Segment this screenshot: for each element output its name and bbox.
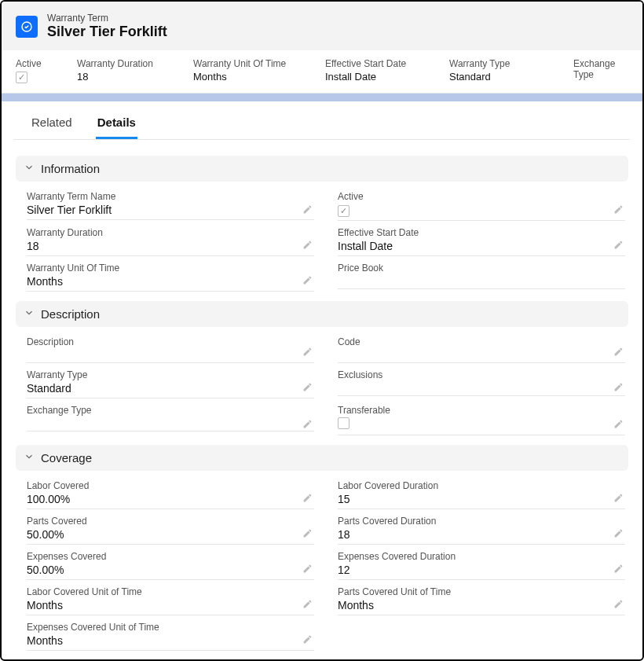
section-coverage: Coverage Labor Covered 100.00% Labor Cov… xyxy=(16,445,628,652)
tab-related[interactable]: Related xyxy=(30,111,74,139)
summary-duration-value: 18 xyxy=(77,71,187,83)
summary-unit-value: Months xyxy=(193,71,319,83)
edit-icon[interactable] xyxy=(302,527,313,542)
summary-exchange-label: Exchange Type xyxy=(573,58,628,80)
field-value: 15 xyxy=(338,493,625,509)
field-value: 50.00% xyxy=(27,564,314,580)
tab-details[interactable]: Details xyxy=(96,111,137,139)
divider-bar xyxy=(2,94,642,101)
field-label: Effective Start Date xyxy=(338,227,625,238)
edit-icon[interactable] xyxy=(613,346,624,360)
field-labor-covered-duration: Labor Covered Duration 15 xyxy=(338,476,625,511)
section-information-header[interactable]: Information xyxy=(16,156,628,182)
field-label: Labor Covered Duration xyxy=(338,480,625,491)
tabs: Related Details xyxy=(14,101,630,140)
information-fields: Warranty Term Name Silver Tier Forklift … xyxy=(16,182,628,293)
sections-container: Information Warranty Term Name Silver Ti… xyxy=(2,140,642,661)
summary-start: Effective Start Date Install Date xyxy=(325,58,443,83)
field-value xyxy=(338,382,625,396)
edit-icon[interactable] xyxy=(302,598,313,612)
chevron-down-icon xyxy=(24,162,35,175)
field-value xyxy=(338,349,625,363)
field-label: Description xyxy=(27,336,314,347)
field-value: Months xyxy=(27,599,314,615)
edit-icon[interactable] xyxy=(613,598,624,612)
field-exclusions: Exclusions xyxy=(338,365,625,400)
edit-icon[interactable] xyxy=(302,492,313,506)
field-active: Active xyxy=(338,186,625,222)
summary-duration-label: Warranty Duration xyxy=(77,58,187,69)
field-parts-covered-unit: Parts Covered Unit of Time Months xyxy=(338,582,625,617)
section-coverage-title: Coverage xyxy=(41,451,92,465)
field-label: Warranty Term Name xyxy=(27,191,314,202)
summary-active: Active xyxy=(16,58,71,83)
chevron-down-icon xyxy=(24,451,35,465)
transferable-checkbox xyxy=(338,417,349,429)
header-kicker: Warranty Term xyxy=(47,13,167,24)
edit-icon[interactable] xyxy=(613,527,624,542)
field-label: Transferable xyxy=(338,405,625,416)
summary-active-value xyxy=(16,71,71,83)
field-label: Labor Covered Unit of Time xyxy=(27,586,314,597)
field-label: Expenses Covered Unit of Time xyxy=(27,622,314,633)
field-label: Warranty Duration xyxy=(27,227,314,238)
field-expenses-covered: Expenses Covered 50.00% xyxy=(27,546,314,582)
field-value: Install Date xyxy=(338,240,625,256)
page-title: Silver Tier Forklift xyxy=(47,24,167,41)
field-value: Standard xyxy=(27,382,314,398)
field-parts-covered-duration: Parts Covered Duration 18 xyxy=(338,511,625,546)
edit-icon[interactable] xyxy=(302,418,313,432)
field-labor-covered: Labor Covered 100.00% xyxy=(27,476,314,511)
active-checkbox-detail xyxy=(338,205,349,217)
field-labor-covered-unit: Labor Covered Unit of Time Months xyxy=(27,582,314,617)
section-description-header[interactable]: Description xyxy=(16,301,628,327)
section-coverage-header[interactable]: Coverage xyxy=(16,445,628,471)
edit-icon[interactable] xyxy=(302,381,313,395)
field-label: Price Book xyxy=(338,263,625,274)
field-label: Code xyxy=(338,336,625,347)
field-value xyxy=(338,417,625,435)
edit-icon[interactable] xyxy=(302,563,313,577)
summary-duration: Warranty Duration 18 xyxy=(77,58,187,83)
summary-unit: Warranty Unit Of Time Months xyxy=(193,58,319,83)
edit-icon[interactable] xyxy=(613,418,624,432)
field-label: Expenses Covered xyxy=(27,551,314,562)
field-description: Description xyxy=(27,332,314,365)
edit-icon[interactable] xyxy=(613,239,624,253)
edit-icon[interactable] xyxy=(302,239,313,253)
summary-row: Active Warranty Duration 18 Warranty Uni… xyxy=(2,50,642,94)
field-label: Parts Covered Duration xyxy=(338,516,625,527)
field-warranty-duration: Warranty Duration 18 xyxy=(27,222,314,258)
record-header: Warranty Term Silver Tier Forklift xyxy=(2,2,642,50)
summary-exchange: Exchange Type xyxy=(573,58,628,83)
chevron-down-icon xyxy=(24,307,35,321)
summary-start-value: Install Date xyxy=(325,71,443,83)
summary-start-label: Effective Start Date xyxy=(325,58,443,69)
field-label: Expenses Covered Duration xyxy=(338,551,625,562)
edit-icon[interactable] xyxy=(302,346,313,360)
edit-icon[interactable] xyxy=(302,633,313,648)
section-description: Description Description Code Warranty Ty… xyxy=(16,301,628,437)
section-description-title: Description xyxy=(41,307,100,321)
edit-icon[interactable] xyxy=(302,274,313,288)
summary-active-label: Active xyxy=(16,58,71,69)
field-value: 18 xyxy=(338,528,625,545)
field-value: Silver Tier Forklift xyxy=(27,204,314,220)
field-value: Months xyxy=(27,275,314,292)
field-label: Warranty Unit Of Time xyxy=(27,263,314,274)
active-checkbox xyxy=(16,72,27,83)
field-label: Parts Covered xyxy=(27,516,314,527)
edit-icon[interactable] xyxy=(613,492,624,506)
field-value: Months xyxy=(27,634,314,651)
field-warranty-term-name: Warranty Term Name Silver Tier Forklift xyxy=(27,186,314,222)
description-fields: Description Code Warranty Type Standard … xyxy=(16,327,628,437)
field-parts-covered: Parts Covered 50.00% xyxy=(27,511,314,546)
edit-icon[interactable] xyxy=(302,204,313,218)
warranty-icon xyxy=(16,16,38,38)
edit-icon[interactable] xyxy=(613,563,624,577)
edit-icon[interactable] xyxy=(613,204,624,218)
summary-type-label: Warranty Type xyxy=(449,58,567,69)
coverage-fields: Labor Covered 100.00% Labor Covered Dura… xyxy=(16,471,628,652)
field-value: 100.00% xyxy=(27,493,314,509)
edit-icon[interactable] xyxy=(613,381,624,395)
